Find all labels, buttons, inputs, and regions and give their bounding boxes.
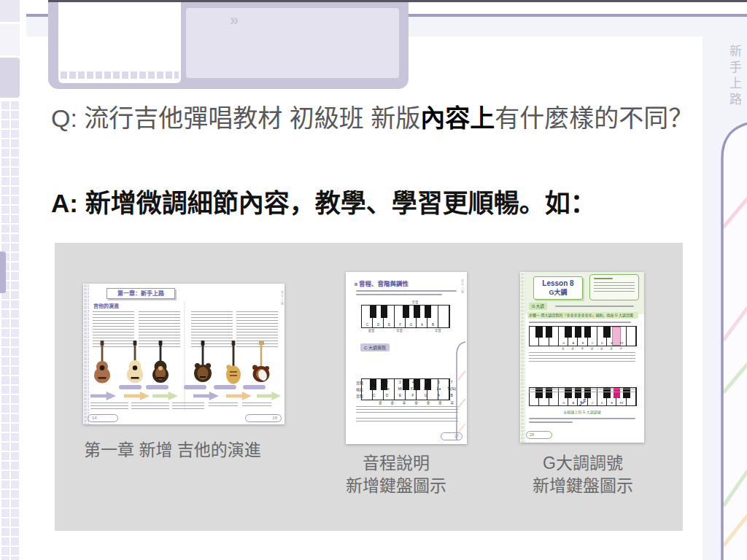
- step-instruction-bar: 步驟一 用大調音程的「全全半全全全半」規則，找出 G 大調音階: [527, 312, 638, 319]
- guitar-model-pill: [146, 385, 169, 389]
- question-prefix: Q:: [51, 104, 77, 132]
- left-decor-block-3: [0, 58, 20, 98]
- timeline-arrow-purple: [193, 392, 219, 400]
- example2-caption: 音程說明 新增鍵盤圖示: [316, 452, 476, 497]
- example1-caption: 第一章 新增 吉他的演進: [84, 436, 261, 461]
- keyboard-1-label-above: 半音: [361, 300, 449, 304]
- guitar-model-pill: [243, 385, 266, 389]
- book-page-g-major: Lesson 8 G大調 G 大調 步驟一 用大調音程的「全全半全全全半」規則，…: [520, 272, 644, 443]
- page-number-left: 14: [88, 414, 118, 422]
- g-major-badge: G 大調: [529, 303, 547, 310]
- c-major-scale-badge: C 大調音階: [360, 343, 390, 351]
- staff-caption: 五線譜上的 G 大調調號: [520, 409, 644, 414]
- page2-corner-decor: [454, 338, 465, 440]
- page3-footnote-line: [529, 421, 573, 423]
- treble-clef-icon: ♪♯: [520, 397, 644, 408]
- lesson-title-box: Lesson 8 G大調: [533, 276, 583, 300]
- left-decor-block-1: [0, 0, 20, 22]
- chapter-header-box: 第一章：新手上路: [107, 288, 175, 299]
- right-side-strip: 新手上路: [703, 17, 747, 560]
- guitar-model-pill: [184, 385, 206, 389]
- page2-paragraph: [356, 418, 458, 424]
- page2-title: 音程、音階與調性: [355, 279, 409, 287]
- guitar-caption-lines: [209, 402, 238, 408]
- page3-number: 28: [526, 431, 552, 439]
- timeline-arrow-orange: [124, 392, 150, 400]
- example3-caption: G大調調號 新增鍵盤圖示: [503, 452, 663, 497]
- page3-paragraph: [529, 389, 635, 394]
- book-page-intervals: 音程、音階與調性 半音 CDEFGAB 全音 半音 半音 C 大調音階: [346, 272, 467, 444]
- keyboard-g1-letters: GABCDEF♯: [559, 341, 627, 345]
- guitar-illustration-lespaul: [219, 341, 248, 386]
- keyboard-1-letters: CDEFGAB: [362, 323, 438, 327]
- question-text-1: 流行吉他彈唱教材 初級班 新版: [77, 104, 420, 132]
- page2-side-tab: 新手上路: [460, 279, 464, 294]
- guitar-model-pill: [119, 385, 142, 389]
- guitar-illustration-stratocaster: [247, 341, 276, 386]
- top-lavender-panel: »: [186, 8, 399, 78]
- left-small-tab: [0, 252, 6, 293]
- guitar-model-pill: [214, 385, 236, 389]
- chevron-icon: »: [230, 11, 239, 30]
- spread-side-tab: 新手上路: [279, 291, 284, 306]
- guitar-caption-lines: [90, 402, 128, 411]
- keyboard-g1-steps: 全全半全全全半: [558, 346, 626, 351]
- guitar-illustration-classical: [88, 341, 117, 386]
- page3-footnote-line: [529, 418, 635, 419]
- left-decor-block-2: [0, 24, 20, 55]
- page3-left-grid-strip: [520, 272, 525, 443]
- answer-prefix: A:: [51, 189, 78, 217]
- page3-text-line: [555, 306, 634, 307]
- page3-text-line: [529, 322, 631, 323]
- right-decor-curve: [703, 17, 747, 560]
- timeline-arrow-orange: [226, 392, 252, 400]
- lesson-goals-box: [589, 274, 639, 300]
- spread-spine: [184, 301, 185, 411]
- page2-text-line: [356, 290, 457, 292]
- answer-line: A: 新增微調細節內容，教學、學習更順暢。如：: [51, 182, 596, 219]
- page-number-right: 15: [245, 414, 282, 422]
- slide: » 新手上路 Q: 流行吉他彈唱教材 初級班 新版內容上有什麼樣的不同？ A: …: [0, 0, 747, 560]
- timeline-arrow-green: [152, 392, 178, 400]
- examples-panel: 第一章：新手上路 吉他的演進: [55, 243, 683, 531]
- question-bold-text: 內容上: [420, 104, 495, 132]
- timeline-arrow-purple: [90, 392, 116, 400]
- question-line: Q: 流行吉他彈唱教材 初級班 新版內容上有什麼樣的不同？: [51, 98, 693, 134]
- guitar-illustration-archtop: [146, 341, 175, 386]
- guitar-illustration-es335: [188, 341, 217, 386]
- page2-paragraph: [356, 406, 458, 414]
- guitar-illustration-dreadnought: [120, 341, 150, 386]
- guitar-caption-lines: [172, 402, 204, 411]
- square-dots-row: [61, 71, 179, 79]
- page3-paragraph: [529, 352, 635, 362]
- guitar-caption-lines: [131, 402, 169, 411]
- question-text-2: 有什麼樣的不同？: [495, 104, 693, 132]
- scale-table: 音階1234567 唱名DoReMiFaSoLaTi(Si) 音程CDEFGAB…: [356, 380, 458, 405]
- page2-text-line: [356, 294, 442, 295]
- answer-text: 新增微調細節內容，教學、學習更順暢。如：: [78, 189, 596, 217]
- timeline-arrow-green: [257, 392, 281, 400]
- keyboard-diagram-1: CDEFGAB: [361, 305, 450, 328]
- keyboard-diagram-g1: GABCDEF♯: [529, 326, 637, 346]
- top-decor-container: »: [48, 2, 409, 89]
- section-title: 吉他的演進: [93, 302, 119, 309]
- page2-number: 27: [441, 432, 462, 440]
- top-white-panel: [58, 2, 181, 83]
- book-spread-guitar-evolution: 第一章：新手上路 吉他的演進: [83, 284, 285, 424]
- guitar-caption-lines: [242, 402, 271, 408]
- left-grid-pattern: [0, 100, 20, 560]
